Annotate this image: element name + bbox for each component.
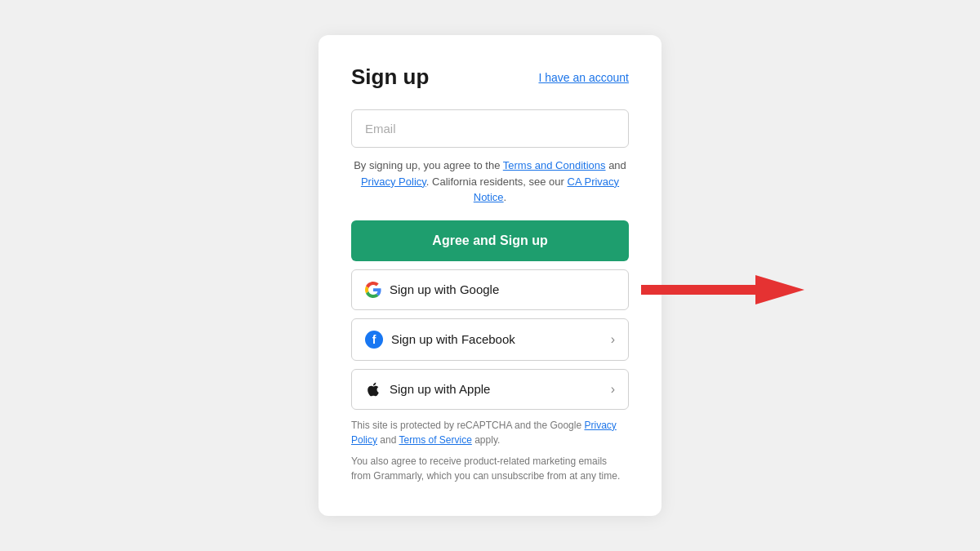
facebook-signup-button[interactable]: f Sign up with Facebook ›: [351, 318, 629, 361]
email-field[interactable]: [351, 109, 629, 148]
apple-icon: [365, 381, 381, 398]
agree-signup-button[interactable]: Agree and Sign up: [351, 220, 629, 261]
apple-signup-button[interactable]: Sign up with Apple ›: [351, 369, 629, 410]
recaptcha-notice: This site is protected by reCAPTCHA and …: [351, 418, 629, 447]
svg-marker-0: [641, 275, 804, 304]
red-arrow-indicator: [641, 272, 804, 308]
login-link[interactable]: I have an account: [538, 71, 629, 84]
page-title: Sign up: [351, 64, 429, 90]
google-signup-wrapper: Sign up with Google: [351, 269, 629, 310]
facebook-icon: f: [365, 331, 383, 349]
marketing-notice: You also agree to receive product-relate…: [351, 454, 629, 483]
card-header: Sign up I have an account: [351, 64, 629, 90]
chevron-right-icon-apple: ›: [611, 382, 615, 397]
google-icon: [365, 282, 381, 298]
facebook-signup-label: Sign up with Facebook: [391, 332, 611, 346]
apple-signup-label: Sign up with Apple: [390, 382, 611, 396]
google-signup-label: Sign up with Google: [390, 282, 615, 296]
privacy-policy-link[interactable]: Privacy Policy: [361, 176, 426, 188]
google-signup-button[interactable]: Sign up with Google: [351, 269, 629, 310]
terms-text: By signing up, you agree to the Terms an…: [351, 158, 629, 206]
signup-card: Sign up I have an account By signing up,…: [318, 35, 662, 516]
terms-conditions-link[interactable]: Terms and Conditions: [503, 159, 606, 171]
terms-of-service-link[interactable]: Terms of Service: [399, 434, 472, 446]
chevron-right-icon: ›: [611, 332, 615, 347]
